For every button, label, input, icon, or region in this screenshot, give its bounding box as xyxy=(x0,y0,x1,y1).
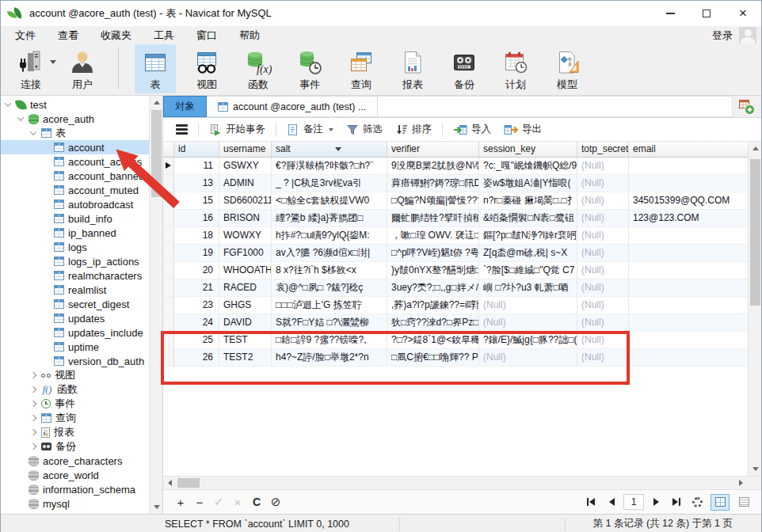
chevron-right-icon[interactable] xyxy=(30,443,36,450)
row-gutter[interactable] xyxy=(163,349,174,367)
sidebar-item-函数[interactable]: f()函数 xyxy=(1,382,149,397)
sidebar-item-logs-ip-actions[interactable]: logs_ip_actions xyxy=(1,254,149,268)
row-gutter[interactable] xyxy=(163,332,174,349)
sidebar-item-account-muted[interactable]: account_muted xyxy=(1,183,149,197)
add-record-icon[interactable]: + xyxy=(171,493,190,511)
sidebar-item-acore-world[interactable]: acore_world xyxy=(1,468,149,482)
toolbar-item-计划[interactable]: 计划 xyxy=(495,44,536,93)
row-gutter[interactable] xyxy=(163,314,174,332)
menu-item-收藏夹[interactable]: 收藏夹 xyxy=(90,27,143,44)
cell-email[interactable] xyxy=(629,227,749,245)
cell-session-key[interactable]: Z[q盉@m硢,税| s~X xyxy=(479,245,577,262)
sidebar-item-uptime[interactable]: uptime xyxy=(1,340,149,354)
scroll-up-icon[interactable] xyxy=(749,142,761,155)
row-gutter[interactable] xyxy=(163,192,174,210)
toolbar-item-函数[interactable]: f(x)函数 xyxy=(238,44,279,93)
toolbar-item-查询[interactable]: 查询 xyxy=(341,44,382,93)
cell-username[interactable]: BRISON xyxy=(219,210,272,227)
next-page-icon[interactable] xyxy=(647,494,665,510)
table-row[interactable]: 21RACED哀)@^□夙□ ?鈸?]稔ç3uey?秂?;□,,g□姅メ/□嶼 … xyxy=(163,279,748,297)
row-gutter[interactable] xyxy=(163,175,174,192)
cell-salt[interactable]: 緸?鷟b 緌}a}萕臇团□ xyxy=(272,210,387,227)
column-header-totp-secret[interactable]: totp_secret xyxy=(577,142,629,158)
cell-username[interactable]: TEST2 xyxy=(219,349,272,367)
cell-username[interactable]: GHGS xyxy=(219,297,272,314)
cell-verifier[interactable]: 狄□窍??淶d?□界Pz□□| xyxy=(387,314,479,332)
cell-email[interactable]: 345015399@QQ.COM xyxy=(629,192,749,210)
sidebar-item-test[interactable]: test xyxy=(1,97,149,112)
toolbar-item-用户[interactable]: 用户 xyxy=(62,44,103,93)
discard-changes-icon[interactable]: × xyxy=(228,493,247,511)
column-header-session-key[interactable]: session_key xyxy=(479,142,577,158)
cell-session-key[interactable]: 嶼 □?圤?u3 軋萧□唒 xyxy=(479,279,577,297)
cell-email[interactable] xyxy=(629,297,749,314)
delete-record-icon[interactable]: − xyxy=(190,493,209,511)
chevron-right-icon[interactable] xyxy=(30,429,36,435)
scroll-down-icon[interactable] xyxy=(150,500,163,514)
scroll-up-icon[interactable] xyxy=(150,96,163,109)
column-header-id[interactable]: id xyxy=(174,142,219,158)
cell-salt[interactable]: S就?F□Y姞 □?\灑鷥柳 xyxy=(272,314,387,332)
cell-verifier[interactable]: 9没廃B篥2肬胅@N\謦 xyxy=(387,158,479,175)
menu-item-窗口[interactable]: 窗口 xyxy=(185,27,228,44)
table-row[interactable]: 16BRISON緸?鷟b 緌}a}萕臇团□爾虻鹏结牷?擘盰揁稙伲&竡夈憪褽□N袠… xyxy=(163,210,748,227)
cell-totp-secret[interactable]: (Null) xyxy=(577,349,629,367)
sidebar-item-version-db-auth[interactable]: version_db_auth xyxy=(1,354,149,368)
cell-session-key[interactable]: 鏂[?p□皵N浄?l婞r裵哬 xyxy=(479,227,577,245)
page-number-field[interactable]: 1 xyxy=(623,494,644,510)
menu-hamburger-icon[interactable] xyxy=(176,124,188,135)
cell-salt[interactable]: □□□泸迴上'G 拣笠聍 xyxy=(272,297,387,314)
scroll-left-icon[interactable] xyxy=(163,477,177,489)
grid-toolbar-排序[interactable]: 排序 xyxy=(389,120,438,139)
cell-username[interactable]: WOWXY xyxy=(219,227,272,245)
cell-session-key[interactable]: (Null) xyxy=(479,314,577,332)
cell-email[interactable] xyxy=(629,262,749,279)
tree-scrollbar-thumb[interactable] xyxy=(151,110,162,197)
new-tab-button[interactable] xyxy=(733,96,761,117)
sidebar-item-ip-banned[interactable]: ip_banned xyxy=(1,226,149,240)
cell-email[interactable] xyxy=(629,332,749,349)
cell-verifier[interactable]: ,荞)a?l?p謕鍊??=i啍鳪 xyxy=(387,297,479,314)
grid-toolbar-开始事务[interactable]: 开始事务 xyxy=(203,120,272,139)
tab-account-table[interactable]: account @acore_auth (test) ... xyxy=(207,96,378,117)
chevron-right-icon[interactable] xyxy=(30,372,36,378)
cell-id[interactable]: 21 xyxy=(174,279,219,297)
scroll-right-icon[interactable] xyxy=(734,477,748,489)
grid-toolbar-导入[interactable]: 导入 xyxy=(447,120,497,139)
scroll-down-icon[interactable] xyxy=(749,462,761,476)
sidebar-item-updates[interactable]: updates xyxy=(1,311,149,325)
cell-id[interactable]: 15 xyxy=(174,192,219,210)
cell-totp-secret[interactable]: (Null) xyxy=(577,227,629,245)
cell-totp-secret[interactable]: (Null) xyxy=(577,175,629,192)
row-gutter[interactable] xyxy=(163,297,174,314)
menu-item-查看[interactable]: 查看 xyxy=(47,27,90,44)
tree-scrollbar[interactable] xyxy=(149,96,162,514)
cell-id[interactable]: 25 xyxy=(174,332,219,349)
stop-icon[interactable]: ⊘ xyxy=(266,493,285,511)
menu-item-帮助[interactable]: 帮助 xyxy=(228,27,271,44)
sidebar-item-mysql[interactable]: mysql xyxy=(1,496,149,511)
sidebar-item-logs[interactable]: logs xyxy=(1,240,149,254)
cell-username[interactable]: TEST xyxy=(219,332,272,349)
cell-username[interactable]: FGF1000 xyxy=(219,245,272,262)
cell-verifier[interactable]: □凮C捬€□□唃輝?? P xyxy=(387,349,479,367)
table-row[interactable]: 20WHOOATH8 x?往?i`h $栘敋<x}y皵0nYX整?醼㓥煻□?|`… xyxy=(163,262,748,279)
cell-verifier[interactable]: ，嗽□瑝 OWV. 裦迬□? xyxy=(387,227,479,245)
grid-toolbar-导出[interactable]: 导出 xyxy=(497,120,548,139)
cell-id[interactable]: 13 xyxy=(174,175,219,192)
horizontal-scrollbar-thumb[interactable] xyxy=(177,478,200,488)
cell-totp-secret[interactable]: (Null) xyxy=(577,297,629,314)
cell-username[interactable]: RACED xyxy=(219,279,272,297)
sidebar-item-备份[interactable]: 备份 xyxy=(1,439,149,454)
chevron-down-icon[interactable] xyxy=(30,128,36,135)
cell-verifier[interactable]: □Q鯿?N颂瘺|謍愋??? xyxy=(387,192,479,210)
table-row[interactable]: 13ADMIN_ ? |C秇足3rv柅va引萛瘄镡鯏?鎒?瑏□阠Dn'姿w$墩姐… xyxy=(163,175,748,192)
sidebar-item-acore-characters[interactable]: acore_characters xyxy=(1,454,149,468)
vertical-scrollbar-thumb[interactable] xyxy=(750,159,760,306)
cell-totp-secret[interactable]: (Null) xyxy=(577,262,629,279)
grid-vertical-scrollbar[interactable] xyxy=(748,142,761,476)
cell-verifier[interactable]: }y皵0nYX整?醼㓥煻□?| xyxy=(387,262,479,279)
table-row[interactable]: 24DAVIDS就?F□Y姞 □?\灑鷥柳狄□窍??淶d?□界Pz□□|(Nul… xyxy=(163,314,748,332)
chevron-right-icon[interactable] xyxy=(30,386,36,393)
cell-username[interactable]: ADMIN xyxy=(219,175,272,192)
